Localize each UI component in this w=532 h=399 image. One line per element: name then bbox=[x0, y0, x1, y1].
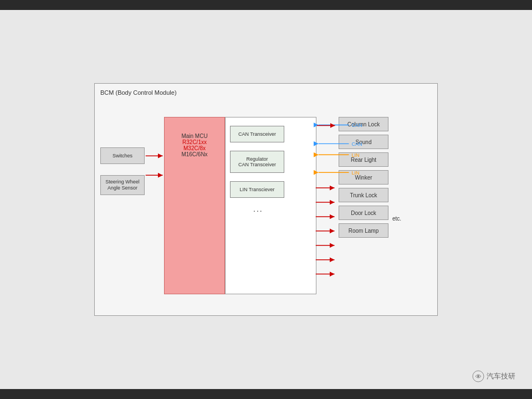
watermark-text: 汽车技研 bbox=[487, 371, 515, 381]
room-lamp-box: Room Lamp bbox=[339, 223, 388, 238]
mcu-title: Main MCU bbox=[181, 133, 207, 139]
etc-label: etc. bbox=[392, 216, 401, 222]
output-boxes: Column Lock Sound Rear Light Winker Trun… bbox=[339, 117, 388, 238]
regulator-box: Regulator CAN Transceiver bbox=[230, 151, 284, 173]
svg-point-19 bbox=[477, 375, 479, 377]
diagram-inner: Switches Steering WheelAngle Sensor Main… bbox=[100, 100, 432, 311]
mcu-block: Main MCU R32C/1xx M32C/8x M16C/6Nx bbox=[164, 117, 225, 294]
diagram-container: BCM (Body Control Module) Switches Steer… bbox=[94, 83, 438, 316]
regulator-label: Regulator bbox=[246, 156, 268, 162]
can-transceiver-box: CAN Transceiver bbox=[230, 126, 284, 142]
switches-box: Switches bbox=[100, 147, 145, 164]
rear-light-box: Rear Light bbox=[339, 152, 388, 167]
winker-box: Winker bbox=[339, 170, 388, 185]
steering-wheel-box: Steering WheelAngle Sensor bbox=[100, 175, 145, 195]
watermark-icon bbox=[472, 370, 484, 382]
regulator-can-label: CAN Transceiver bbox=[238, 162, 276, 167]
input-boxes: Switches Steering WheelAngle Sensor bbox=[100, 147, 145, 195]
top-bar bbox=[0, 0, 532, 10]
mcu-text: Main MCU R32C/1xx M32C/8x M16C/6Nx bbox=[181, 133, 207, 157]
main-content: BCM (Body Control Module) Switches Steer… bbox=[0, 10, 532, 389]
mcu-model1: R32C/1xx bbox=[182, 139, 207, 145]
mcu-model2: M32C/8x bbox=[183, 145, 206, 151]
trunk-lock-box: Trunk Lock bbox=[339, 188, 388, 202]
door-lock-box: Door Lock bbox=[339, 206, 388, 220]
watermark: 汽车技研 bbox=[472, 370, 515, 382]
bottom-bar bbox=[0, 389, 532, 399]
sound-box: Sound bbox=[339, 135, 388, 149]
lin-transceiver-box: LIN Transciever bbox=[230, 181, 284, 198]
column-lock-box: Column Lock bbox=[339, 117, 388, 131]
right-panel: CAN Transceiver Regulator CAN Transceive… bbox=[225, 117, 316, 294]
bcm-label: BCM (Body Control Module) bbox=[100, 89, 432, 96]
mcu-model3: M16C/6Nx bbox=[181, 151, 207, 157]
dots: ··· bbox=[253, 206, 263, 215]
